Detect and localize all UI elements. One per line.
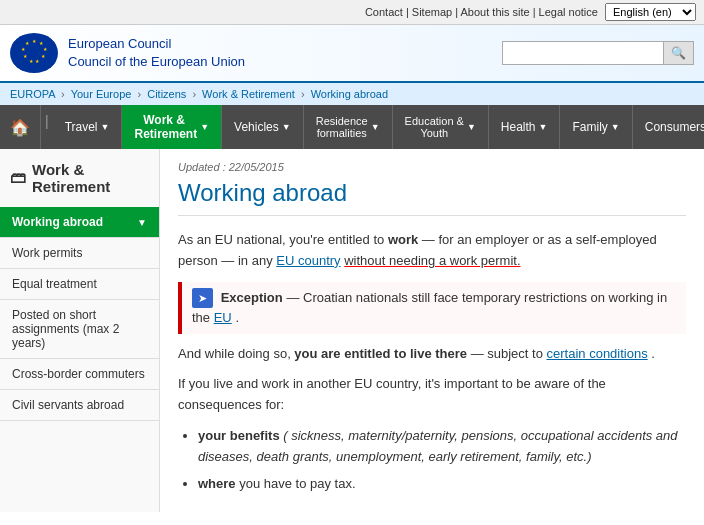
search-input[interactable] [503, 42, 663, 64]
org-line1: European Council [68, 35, 245, 53]
sidebar-title: 🗃 Work &Retirement [0, 149, 159, 207]
para2-bold: you are entitled to live there [294, 346, 467, 361]
para2-dash: — subject to [471, 346, 547, 361]
breadcrumb-working-abroad: Working abroad [311, 88, 388, 100]
nav-separator: | [41, 105, 53, 149]
sidebar-icon: 🗃 [10, 169, 26, 187]
nav-item-education[interactable]: Education &Youth ▼ [393, 105, 489, 149]
sidebar-menu: Working abroad Work permits Equal treatm… [0, 207, 159, 421]
travel-arrow: ▼ [101, 122, 110, 132]
exception-box: ➤ Exception — Croatian nationals still f… [178, 282, 686, 334]
header-left: ★ ★ ★ ★ ★ ★ ★ ★ ★ European Council Counc… [10, 33, 245, 73]
updated-date: Updated : 22/05/2015 [178, 161, 686, 173]
bullet-tax-text: you have to pay tax. [239, 476, 355, 491]
exception-arrow-icon: ➤ [192, 288, 213, 309]
legal-link[interactable]: Legal notice [539, 6, 598, 18]
nav-item-family[interactable]: Family ▼ [560, 105, 632, 149]
sidebar-item-equal-treatment[interactable]: Equal treatment [0, 269, 159, 300]
para1-bold: work [388, 232, 418, 247]
education-arrow: ▼ [467, 122, 476, 132]
sidebar-item-civil-servants[interactable]: Civil servants abroad [0, 390, 159, 421]
sitemap-link[interactable]: Sitemap [412, 6, 452, 18]
vehicles-arrow: ▼ [282, 122, 291, 132]
main-content: 🗃 Work &Retirement Working abroad Work p… [0, 149, 704, 512]
breadcrumb: EUROPA › Your Europe › Citizens › Work &… [0, 83, 704, 105]
sidebar-title-text: Work &Retirement [32, 161, 110, 195]
breadcrumb-citizens[interactable]: Citizens [147, 88, 186, 100]
nav-item-work-retirement[interactable]: Work & Retirement ▼ [122, 105, 222, 149]
bullet-benefits: your benefits ( sickness, maternity/pate… [198, 426, 686, 468]
page-title: Working abroad [178, 179, 686, 216]
nav-item-health[interactable]: Health ▼ [489, 105, 561, 149]
nav-item-consumers[interactable]: Consumers ▼ [633, 105, 704, 149]
bullet-tax: where you have to pay tax. [198, 474, 686, 495]
certain-conditions-link[interactable]: certain conditions [547, 346, 648, 361]
breadcrumb-work-retirement[interactable]: Work & Retirement [202, 88, 295, 100]
exception-end: . [235, 310, 239, 325]
para2: And while doing so, you are entitled to … [178, 344, 686, 365]
nav-home-button[interactable]: 🏠 [0, 105, 41, 149]
para2-end: . [651, 346, 655, 361]
search-box[interactable]: 🔍 [502, 41, 694, 65]
para1: As an EU national, you're entitled to wo… [178, 230, 686, 272]
navbar: 🏠 | Travel ▼ Work & Retirement ▼ Vehicle… [0, 105, 704, 149]
bullet-list: your benefits ( sickness, maternity/pate… [198, 426, 686, 494]
about-link[interactable]: About this site [461, 6, 530, 18]
sidebar-item-working-abroad[interactable]: Working abroad [0, 207, 159, 238]
nav-item-travel[interactable]: Travel ▼ [53, 105, 123, 149]
top-bar: Contact | Sitemap | About this site | Le… [0, 0, 704, 25]
header-title: European Council Council of the European… [68, 35, 245, 71]
eu-country-link[interactable]: EU country [276, 253, 340, 268]
bullet-tax-keyword: where [198, 476, 236, 491]
family-arrow: ▼ [611, 122, 620, 132]
org-line2: Council of the European Union [68, 53, 245, 71]
para1-before: As an EU national, you're entitled to [178, 232, 388, 247]
sidebar-item-posted-assignments[interactable]: Posted on short assignments (max 2 years… [0, 300, 159, 359]
sidebar: 🗃 Work &Retirement Working abroad Work p… [0, 149, 160, 512]
header: ★ ★ ★ ★ ★ ★ ★ ★ ★ European Council Counc… [0, 25, 704, 83]
content-area: Updated : 22/05/2015 Working abroad As a… [160, 149, 704, 512]
bullet-benefits-keyword: your benefits [198, 428, 280, 443]
health-arrow: ▼ [539, 122, 548, 132]
nav-item-vehicles[interactable]: Vehicles ▼ [222, 105, 304, 149]
sidebar-item-work-permits[interactable]: Work permits [0, 238, 159, 269]
para2-before: And while doing so, [178, 346, 294, 361]
nav-item-residence[interactable]: Residenceformalities ▼ [304, 105, 393, 149]
residence-arrow: ▼ [371, 122, 380, 132]
eu-logo: ★ ★ ★ ★ ★ ★ ★ ★ ★ [10, 33, 58, 73]
search-button[interactable]: 🔍 [663, 42, 693, 64]
para3: If you live and work in another EU count… [178, 374, 686, 416]
work-arrow: ▼ [200, 122, 209, 132]
breadcrumb-your-europe[interactable]: Your Europe [71, 88, 132, 100]
eu-link[interactable]: EU [214, 310, 232, 325]
exception-label: Exception [221, 290, 283, 305]
language-select[interactable]: English (en) Français (fr) Deutsch (de) [605, 3, 696, 21]
sidebar-item-cross-border[interactable]: Cross-border commuters [0, 359, 159, 390]
contact-link[interactable]: Contact [365, 6, 403, 18]
para1-underline: without needing a work permit. [344, 253, 520, 268]
breadcrumb-europa[interactable]: EUROPA [10, 88, 55, 100]
